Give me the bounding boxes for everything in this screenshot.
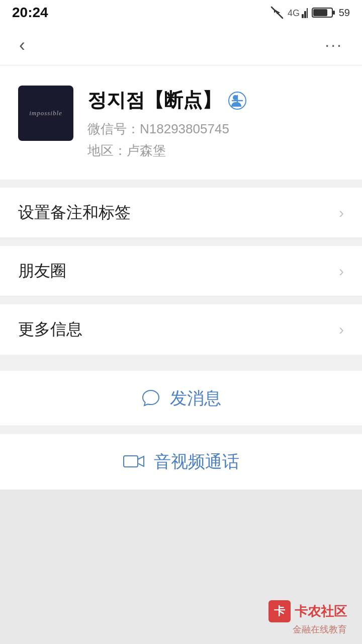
divider-1 <box>0 238 362 246</box>
chevron-moments-icon: › <box>339 263 344 280</box>
chat-icon <box>141 388 161 409</box>
video-icon <box>123 453 145 471</box>
svg-line-0 <box>272 7 283 18</box>
send-message-button[interactable]: 发消息 <box>0 371 362 426</box>
profile-info: 정지점【断点】 微信号：N18293805745 地区：卢森堡 <box>87 86 344 159</box>
watermark-icon <box>268 600 291 622</box>
status-time: 20:24 <box>12 5 48 21</box>
svg-rect-4 <box>307 8 308 18</box>
av-call-button[interactable]: 音视频通话 <box>0 434 362 490</box>
profile-name-row: 정지점【断点】 <box>87 88 344 113</box>
divider-4 <box>0 426 362 434</box>
svg-rect-6 <box>333 11 335 15</box>
list-item-more-info[interactable]: 更多信息 › <box>0 304 362 355</box>
chevron-remark-icon: › <box>339 204 344 221</box>
avatar[interactable]: impossible <box>18 86 73 141</box>
divider-3 <box>0 363 362 371</box>
svg-rect-2 <box>302 14 304 18</box>
profile-section: impossible 정지점【断点】 微信号：N18293805745 地区：卢… <box>0 65 362 180</box>
watermark-name: 卡农社区 <box>295 603 347 620</box>
profile-wechat-id: 微信号：N18293805745 <box>87 120 344 138</box>
svg-rect-7 <box>313 9 327 16</box>
watermark: 卡农社区 金融在线教育 <box>268 600 347 635</box>
more-button[interactable]: ··· <box>320 31 348 59</box>
battery-icon <box>312 6 335 19</box>
list-item-remark[interactable]: 设置备注和标签 › <box>0 188 362 238</box>
status-bar: 20:24 4G 59 <box>0 0 362 25</box>
mute-icon <box>270 6 284 19</box>
signal-icon: 4G <box>288 6 308 19</box>
battery-percent: 59 <box>339 7 350 19</box>
chevron-more-icon: › <box>339 321 344 338</box>
status-icons: 4G 59 <box>270 6 350 19</box>
more-info-label: 更多信息 <box>18 318 82 341</box>
svg-point-9 <box>233 95 238 100</box>
profile-name: 정지점【断点】 <box>87 88 221 113</box>
add-friend-icon[interactable] <box>228 92 246 110</box>
svg-rect-3 <box>304 11 306 18</box>
moments-label: 朋友圈 <box>18 260 66 282</box>
back-button[interactable]: ‹ <box>14 30 30 61</box>
action-group: 发消息 音视频通话 <box>0 371 362 490</box>
divider-2 <box>0 296 362 304</box>
send-message-label: 发消息 <box>170 387 221 410</box>
svg-rect-10 <box>124 456 138 467</box>
bottom-area: 卡农社区 金融在线教育 <box>0 490 362 644</box>
menu-list: 设置备注和标签 › 朋友圈 › 更多信息 › <box>0 188 362 355</box>
remark-label: 设置备注和标签 <box>18 202 131 224</box>
watermark-logo: 卡农社区 <box>268 600 347 622</box>
profile-region: 地区：卢森堡 <box>87 142 344 159</box>
avatar-text: impossible <box>29 109 62 118</box>
list-item-moments[interactable]: 朋友圈 › <box>0 246 362 296</box>
watermark-sub: 金融在线教育 <box>293 623 347 635</box>
svg-text:4G: 4G <box>288 8 300 18</box>
nav-bar: ‹ ··· <box>0 25 362 65</box>
av-call-label: 音视频通话 <box>154 450 239 473</box>
